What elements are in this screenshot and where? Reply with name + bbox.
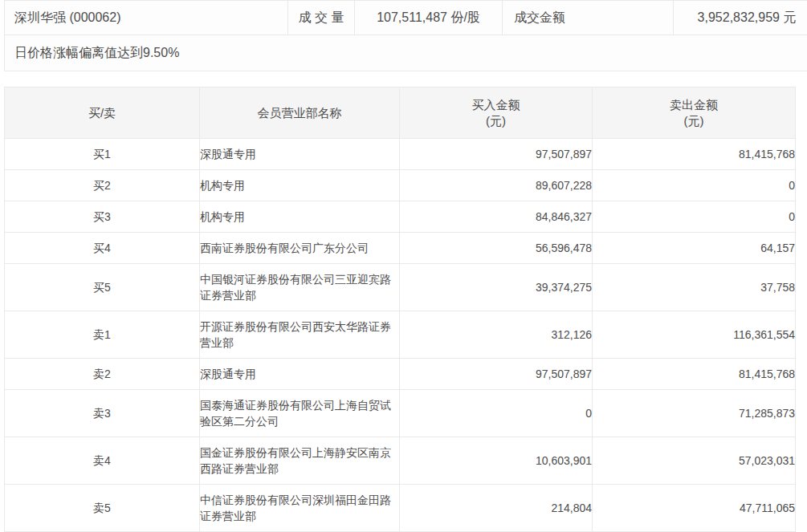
turnover-value: 3,952,832,959 元: [674, 1, 807, 35]
branch-cell: 国金证券股份有限公司上海静安区南京 西路证券营业部: [200, 437, 400, 485]
side-cell: 买3: [5, 201, 200, 233]
sell-cell: 116,361,554: [593, 311, 796, 359]
sell-cell: 64,157: [593, 233, 796, 264]
summary-row: 深圳华强 (000062) 成 交 量 107,511,487 份/股 成交金额…: [5, 1, 807, 35]
table-row: 买2机构专用89,607,2280: [5, 170, 796, 201]
buy-cell: 97,507,897: [400, 139, 593, 170]
side-cell: 卖4: [5, 437, 200, 485]
sell-cell: 81,415,768: [593, 359, 796, 390]
branch-cell: 中国银河证券股份有限公司三亚迎宾路 证券营业部: [200, 264, 400, 311]
buy-cell: 89,607,228: [400, 170, 593, 201]
col-header-sell: 卖出金额 (元): [593, 87, 796, 139]
table-row: 买5中国银河证券股份有限公司三亚迎宾路 证券营业部39,374,27537,75…: [5, 264, 796, 311]
buy-cell: 56,596,478: [400, 233, 593, 264]
volume-value: 107,511,487 份/股: [355, 1, 503, 35]
table-row: 买1深股通专用97,507,89781,415,768: [5, 139, 796, 170]
branch-cell: 深股通专用: [200, 139, 400, 170]
sell-unit-label: (元): [593, 113, 794, 129]
sell-cell: 37,758: [593, 264, 796, 311]
side-cell: 买5: [5, 264, 200, 311]
side-cell: 卖1: [5, 311, 200, 359]
branch-cell: 机构专用: [200, 170, 400, 201]
side-cell: 买2: [5, 170, 200, 201]
table-row: 卖3国泰海通证券股份有限公司上海自贸试 验区第二分公司071,285,873: [5, 390, 796, 437]
buy-cell: 39,374,275: [400, 264, 593, 311]
sell-cell: 81,415,768: [593, 139, 796, 170]
branch-cell: 国泰海通证券股份有限公司上海自贸试 验区第二分公司: [200, 390, 400, 437]
sell-cell: 47,711,065: [593, 485, 796, 532]
col-header-branch: 会员营业部名称: [200, 87, 400, 139]
table-row: 卖2深股通专用97,507,89781,415,768: [5, 359, 796, 390]
price-deviation-notice: 日价格涨幅偏离值达到9.50%: [5, 35, 807, 71]
branch-cell: 深股通专用: [200, 359, 400, 390]
sell-cell: 57,023,031: [593, 437, 796, 485]
trading-disclosure-page: 深圳华强 (000062) 成 交 量 107,511,487 份/股 成交金额…: [4, 0, 795, 532]
buy-cell: 97,507,897: [400, 359, 593, 390]
stock-summary-bar: 深圳华强 (000062) 成 交 量 107,511,487 份/股 成交金额…: [4, 0, 807, 71]
buy-cell: 214,804: [400, 485, 593, 532]
stock-title: 深圳华强 (000062): [5, 1, 288, 35]
side-cell: 卖3: [5, 390, 200, 437]
table-body: 买1深股通专用97,507,89781,415,768买2机构专用89,607,…: [5, 139, 796, 532]
buy-cell: 84,846,327: [400, 201, 593, 233]
side-cell: 卖2: [5, 359, 200, 390]
table-row: 卖5中信证券股份有限公司深圳福田金田路 证券营业部214,80447,711,0…: [5, 485, 796, 532]
table-row: 卖1开源证券股份有限公司西安太华路证券 营业部312,126116,361,55…: [5, 311, 796, 359]
col-header-side: 买/卖: [5, 87, 200, 139]
side-cell: 买4: [5, 233, 200, 264]
table-row: 卖4国金证券股份有限公司上海静安区南京 西路证券营业部10,603,90157,…: [5, 437, 796, 485]
buy-cell: 0: [400, 390, 593, 437]
table-row: 买3机构专用84,846,3270: [5, 201, 796, 233]
sell-cell: 0: [593, 201, 796, 233]
buy-unit-label: (元): [401, 113, 591, 129]
turnover-label: 成交金额: [503, 1, 674, 35]
branch-cell: 开源证券股份有限公司西安太华路证券 营业部: [200, 311, 400, 359]
branch-cell: 西南证券股份有限公司广东分公司: [200, 233, 400, 264]
broker-seat-table: 买/卖 会员营业部名称 买入金额 (元) 卖出金额 (元) 买1深股通专用97,…: [4, 87, 796, 532]
notice-row: 日价格涨幅偏离值达到9.50%: [5, 35, 807, 71]
table-header: 买/卖 会员营业部名称 买入金额 (元) 卖出金额 (元): [5, 87, 796, 139]
side-cell: 买1: [5, 139, 200, 170]
buy-cell: 312,126: [400, 311, 593, 359]
table-row: 买4西南证券股份有限公司广东分公司56,596,47864,157: [5, 233, 796, 264]
branch-cell: 机构专用: [200, 201, 400, 233]
branch-cell: 中信证券股份有限公司深圳福田金田路 证券营业部: [200, 485, 400, 532]
side-cell: 卖5: [5, 485, 200, 532]
buy-cell: 10,603,901: [400, 437, 593, 485]
volume-label: 成 交 量: [288, 1, 355, 35]
sell-cell: 71,285,873: [593, 390, 796, 437]
col-header-buy: 买入金额 (元): [400, 87, 593, 139]
sell-cell: 0: [593, 170, 796, 201]
